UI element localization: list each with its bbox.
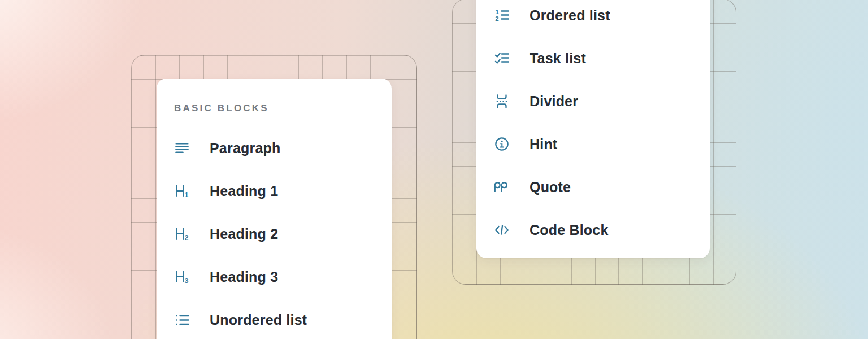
heading-3-icon: 3 bbox=[174, 269, 190, 285]
menu-item-label: Hint bbox=[530, 136, 557, 153]
menu-item-hint[interactable]: Hint bbox=[476, 123, 710, 166]
basic-blocks-menu: BASIC BLOCKS Paragraph 1 bbox=[157, 79, 392, 339]
unordered-list-icon bbox=[174, 312, 190, 328]
menu-item-label: Heading 1 bbox=[210, 183, 278, 199]
menu-item-ordered-list[interactable]: 1 2 Ordered list bbox=[476, 0, 710, 37]
menu-item-label: Ordered list bbox=[530, 7, 610, 24]
menu-item-label: Heading 2 bbox=[210, 226, 278, 242]
menu-item-quote[interactable]: Quote bbox=[476, 166, 710, 208]
hint-icon bbox=[494, 136, 510, 152]
menu-item-unordered-list[interactable]: Unordered list bbox=[157, 298, 392, 339]
menu-item-code-block[interactable]: Code Block bbox=[476, 208, 710, 251]
menu-item-divider[interactable]: Divider bbox=[476, 80, 710, 123]
svg-text:3: 3 bbox=[185, 277, 189, 285]
menu-item-heading-2[interactable]: 2 Heading 2 bbox=[157, 212, 392, 255]
menu-item-label: Paragraph bbox=[210, 140, 280, 157]
divider-icon bbox=[494, 93, 510, 109]
menu-item-heading-3[interactable]: 3 Heading 3 bbox=[157, 255, 392, 298]
ordered-list-icon: 1 2 bbox=[494, 7, 510, 23]
svg-text:1: 1 bbox=[496, 8, 500, 15]
code-block-icon bbox=[494, 222, 510, 238]
task-list-icon bbox=[494, 50, 510, 66]
menu-item-paragraph[interactable]: Paragraph bbox=[157, 127, 392, 169]
blocks-menu-continued: 1 2 Ordered list bbox=[476, 0, 710, 258]
editor-blocks-illustration: BASIC BLOCKS Paragraph 1 bbox=[0, 0, 868, 339]
menu-item-label: Quote bbox=[530, 179, 571, 195]
heading-1-icon: 1 bbox=[174, 183, 190, 199]
svg-text:1: 1 bbox=[185, 191, 189, 199]
menu-item-label: Divider bbox=[530, 93, 578, 110]
menu-item-heading-1[interactable]: 1 Heading 1 bbox=[157, 169, 392, 212]
menu-item-label: Heading 3 bbox=[210, 269, 278, 285]
blocks-list: 1 2 Ordered list bbox=[476, 0, 710, 251]
section-label: BASIC BLOCKS bbox=[174, 103, 392, 113]
paragraph-icon bbox=[174, 140, 190, 156]
menu-item-label: Task list bbox=[530, 50, 586, 67]
menu-item-label: Unordered list bbox=[210, 312, 307, 328]
menu-item-task-list[interactable]: Task list bbox=[476, 37, 710, 80]
svg-text:2: 2 bbox=[495, 15, 498, 22]
basic-blocks-list: Paragraph 1 Heading 1 2 bbox=[157, 127, 392, 339]
heading-2-icon: 2 bbox=[174, 226, 190, 242]
svg-text:2: 2 bbox=[185, 234, 189, 242]
menu-item-label: Code Block bbox=[530, 222, 609, 238]
quote-icon bbox=[494, 179, 510, 195]
